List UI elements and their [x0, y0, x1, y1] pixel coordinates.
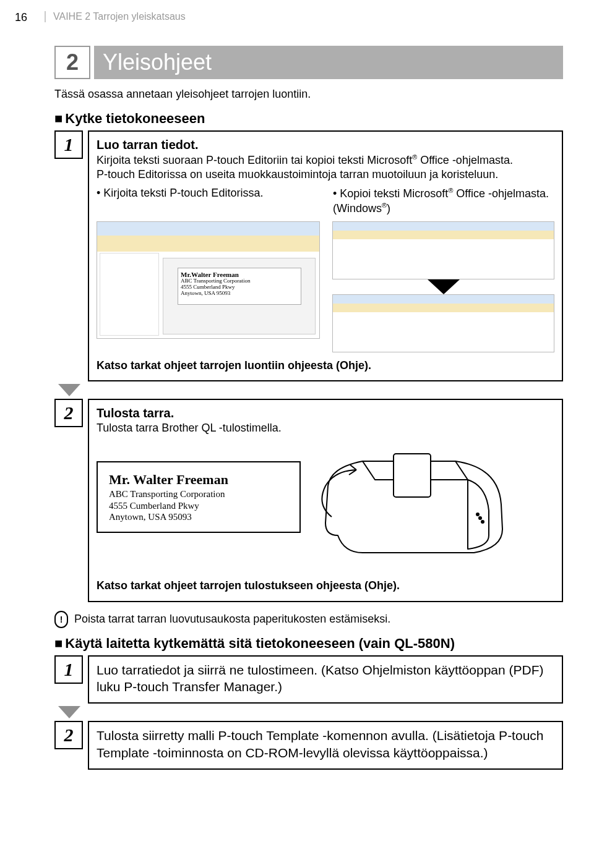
step-b2: 2 Tulosta siirretty malli P-touch Templa…: [54, 721, 563, 770]
step-number: 2: [54, 721, 83, 749]
step-body: Luo tarratiedot ja siirrä ne tulostimeen…: [88, 655, 563, 704]
step-desc-2: P-touch Editorissa on useita muokkaustoi…: [97, 168, 554, 182]
header: VAIHE 2 Tarrojen yleiskatsaus: [54, 11, 563, 28]
page-number: 16: [15, 11, 27, 24]
page: 16 VAIHE 2 Tarrojen yleiskatsaus 2 Yleis…: [0, 0, 594, 868]
text: ): [387, 202, 390, 215]
reg-mark: ®: [382, 202, 387, 209]
step-heading: Tulosta tarra.: [97, 405, 554, 421]
sidebar-panel: [100, 253, 159, 336]
step-number: 1: [54, 655, 83, 684]
step-body: Tulosta siirretty malli P-touch Template…: [88, 721, 563, 770]
text: Kirjoita teksti suoraan P-touch Editorii…: [97, 154, 412, 166]
title-bar: 2 Yleisohjeet: [54, 46, 563, 79]
warning-icon: !: [54, 611, 68, 628]
title-number: 2: [54, 46, 90, 79]
arrow-down-icon: [428, 279, 460, 294]
label-name: Mr.Walter Freeman: [181, 271, 239, 278]
step-connector-icon: [58, 706, 80, 718]
intro-text: Tässä osassa annetaan yleisohjeet tarroj…: [54, 88, 563, 101]
addr-line: ABC Transporting Corporation: [109, 488, 288, 500]
print-illustration: Mr. Walter Freeman ABC Transporting Corp…: [97, 443, 554, 572]
bullets: • Kirjoita teksti P-touch Editorissa. • …: [97, 186, 554, 216]
screenshots: Mr.Walter Freeman ABC Transporting Corpo…: [97, 221, 554, 352]
step-number: 1: [54, 130, 83, 159]
printer-icon: [313, 443, 511, 572]
addr-line: 4555 Cumberland Pkwy: [109, 500, 288, 512]
step-number: 2: [54, 399, 83, 427]
step-desc: Tulosta tarra Brother QL -tulostimella.: [97, 421, 554, 435]
svg-rect-0: [394, 454, 431, 497]
ribbon-toolbar: [333, 231, 554, 239]
step-desc: Kirjoita teksti suoraan P-touch Editorii…: [97, 153, 554, 168]
steps-column: 1 Luo tarran tiedot. Kirjoita teksti suo…: [54, 130, 563, 602]
text: Office -ohjelmasta.: [417, 154, 513, 166]
section-heading-a: Kytke tietokoneeseen: [54, 111, 563, 127]
step-body: Tulosta tarra. Tulosta tarra Brother QL …: [88, 399, 563, 602]
step-2: 2 Tulosta tarra. Tulosta tarra Brother Q…: [54, 399, 563, 602]
label-preview: Mr.Walter Freeman ABC Transporting Corpo…: [178, 268, 301, 305]
ribbon-toolbar: [333, 304, 554, 312]
section-heading-b: Käytä laitetta kytkemättä sitä tietokone…: [54, 636, 563, 652]
step-b1: 1 Luo tarratiedot ja siirrä ne tulostime…: [54, 655, 563, 704]
text: • Kopioi teksti Microsoft: [333, 187, 448, 200]
section-breadcrumb: VAIHE 2 Tarrojen yleiskatsaus: [45, 11, 186, 22]
warning-text: Poista tarrat tarran luovutusaukosta pap…: [74, 613, 390, 626]
step-footer: Katso tarkat ohjeet tarrojen luontiin oh…: [97, 359, 554, 373]
step-body: Luo tarran tiedot. Kirjoita teksti suora…: [88, 130, 563, 381]
step-footer: Katso tarkat ohjeet tarrojen tulostuksee…: [97, 579, 554, 593]
label-lines: ABC Transporting Corporation 4555 Cumber…: [181, 278, 251, 296]
step-1: 1 Luo tarran tiedot. Kirjoita teksti suo…: [54, 130, 563, 381]
screenshot-ptouch: Mr.Walter Freeman ABC Transporting Corpo…: [97, 221, 320, 339]
bullet-left: • Kirjoita teksti P-touch Editorissa.: [97, 186, 318, 216]
ribbon-toolbar: [97, 236, 319, 252]
addr-name: Mr. Walter Freeman: [109, 471, 288, 488]
svg-point-1: [476, 513, 479, 516]
bullet-right: • Kopioi teksti Microsoft® Office -ohjel…: [333, 186, 554, 216]
step-connector-icon: [58, 384, 80, 396]
addr-line: Anytown, USA 95093: [109, 511, 288, 523]
screenshot-ptouch-small: [332, 294, 554, 352]
svg-point-2: [479, 517, 481, 519]
screenshot-office-stack: [332, 221, 554, 352]
step-heading: Luo tarran tiedot.: [97, 137, 554, 153]
screenshot-office: [332, 221, 554, 279]
title-text: Yleisohjeet: [94, 46, 563, 79]
svg-point-3: [481, 521, 484, 523]
warning-row: ! Poista tarrat tarran luovutusaukosta p…: [54, 611, 563, 628]
address-label: Mr. Walter Freeman ABC Transporting Corp…: [97, 461, 301, 533]
reg-mark: ®: [412, 153, 417, 161]
